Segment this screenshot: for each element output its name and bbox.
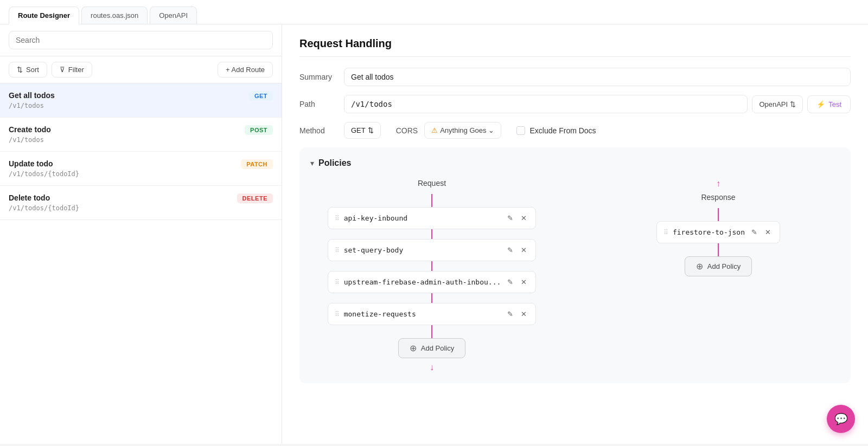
remove-policy-button[interactable]: ✕ [519, 213, 529, 223]
warning-icon: ⚠ [431, 126, 438, 134]
edit-policy-button[interactable]: ✎ [505, 245, 515, 255]
response-column: ↑ Response ⠿ firestore-to-json ✎ ✕ ⊕ Add… [597, 179, 840, 372]
filter-icon: ⊽ [60, 66, 65, 74]
fab-button[interactable]: 💬 [827, 405, 855, 433]
add-route-button[interactable]: + Add Route [218, 62, 273, 77]
method-value: GET [351, 126, 366, 134]
edit-policy-button[interactable]: ✎ [749, 227, 760, 237]
route-item[interactable]: Delete todo /v1/todos/{todoId} DELETE [0, 186, 282, 220]
request-policy-card: ⠿ set-query-body ✎ ✕ [328, 239, 537, 261]
route-path: /v1/todos/{todoId} [9, 170, 79, 178]
sort-button[interactable]: ⇅ Sort [9, 62, 47, 77]
tab-openapi[interactable]: OpenAPI [150, 7, 197, 24]
policy-name: api-key-inbound [344, 214, 501, 222]
policies-section: ▾ Policies Request ⠿ api-key-inbound ✎ ✕ [299, 147, 851, 383]
toolbar-left: ⇅ Sort ⊽ Filter [9, 62, 92, 77]
cors-label: CORS [396, 126, 418, 135]
route-name: Get all todos [9, 91, 55, 100]
edit-policy-button[interactable]: ✎ [505, 309, 515, 319]
request-bottom-line [431, 325, 432, 338]
search-input[interactable] [9, 31, 273, 49]
method-row: Method GET ⇅ CORS ⚠ Anything Goes ⌄ Excl… [299, 122, 851, 139]
policies-header: ▾ Policies [310, 158, 840, 168]
remove-policy-button[interactable]: ✕ [763, 227, 773, 237]
route-item[interactable]: Create todo /v1/todos POST [0, 118, 282, 152]
response-add-policy-label: Add Policy [707, 262, 741, 270]
route-path: /v1/todos [9, 136, 51, 144]
remove-policy-button[interactable]: ✕ [519, 309, 529, 319]
method-label: Method [299, 126, 337, 135]
path-input-group: OpenAPI ⇅ ⚡ Test [344, 95, 851, 113]
drag-handle-icon[interactable]: ⠿ [663, 229, 668, 236]
response-add-policy-button[interactable]: ⊕ Add Policy [685, 256, 752, 276]
inter-policy-line [431, 293, 432, 303]
tab-route-designer[interactable]: Route Designer [9, 7, 79, 24]
sidebar: ⇅ Sort ⊽ Filter + Add Route Get all todo… [0, 24, 282, 444]
method-badge: POST [245, 125, 273, 135]
remove-policy-button[interactable]: ✕ [519, 245, 529, 255]
edit-policy-button[interactable]: ✎ [505, 277, 515, 287]
path-select[interactable]: OpenAPI ⇅ [752, 95, 803, 113]
route-info: Create todo /v1/todos [9, 125, 51, 144]
test-button[interactable]: ⚡ Test [807, 95, 851, 113]
exclude-docs-label: Exclude From Docs [529, 126, 596, 135]
drag-handle-icon[interactable]: ⠿ [335, 247, 340, 254]
exclude-docs-checkbox[interactable] [516, 126, 525, 135]
request-policy-card: ⠿ monetize-requests ✎ ✕ [328, 303, 537, 325]
policies-columns: Request ⠿ api-key-inbound ✎ ✕ ⠿ set-quer… [310, 179, 840, 372]
request-top-line [431, 194, 432, 207]
request-policies-list: ⠿ api-key-inbound ✎ ✕ ⠿ set-query-body ✎… [328, 207, 537, 325]
filter-button[interactable]: ⊽ Filter [52, 62, 92, 77]
response-bottom-line [718, 243, 719, 256]
lightning-icon: ⚡ [816, 100, 825, 108]
main-layout: ⇅ Sort ⊽ Filter + Add Route Get all todo… [0, 24, 868, 444]
method-select[interactable]: GET ⇅ [344, 122, 381, 139]
policy-name: set-query-body [344, 246, 501, 254]
policy-name: upstream-firebase-admin-auth-inbou... [344, 278, 501, 286]
fab-icon: 💬 [834, 412, 848, 425]
route-info: Update todo /v1/todos/{todoId} [9, 159, 79, 178]
sort-label: Sort [26, 66, 39, 74]
add-route-label: + Add Route [226, 66, 265, 74]
route-item[interactable]: Update todo /v1/todos/{todoId} PATCH [0, 152, 282, 186]
policy-name: monetize-requests [344, 310, 501, 318]
request-column-title: Request [418, 179, 446, 188]
summary-label: Summary [299, 73, 337, 81]
policy-actions: ✎ ✕ [749, 227, 773, 237]
drag-handle-icon[interactable]: ⠿ [335, 311, 340, 318]
policy-name: firestore-to-json [673, 228, 745, 236]
main-content: Request Handling Summary Path OpenAPI ⇅ … [282, 24, 868, 444]
request-column: Request ⠿ api-key-inbound ✎ ✕ ⠿ set-quer… [310, 179, 553, 372]
request-plus-icon: ⊕ [410, 343, 417, 353]
route-list: Get all todos /v1/todos GET Create todo … [0, 83, 282, 444]
edit-policy-button[interactable]: ✎ [505, 213, 515, 223]
policies-chevron-icon[interactable]: ▾ [310, 159, 314, 167]
response-top-line [718, 208, 719, 221]
response-arrow-up: ↑ [716, 179, 720, 189]
summary-input[interactable] [344, 68, 851, 86]
request-add-policy-label: Add Policy [421, 344, 454, 352]
path-input[interactable] [344, 95, 748, 113]
route-info: Get all todos /v1/todos [9, 91, 55, 109]
tab-routes-oas[interactable]: routes.oas.json [81, 7, 148, 24]
policy-actions: ✎ ✕ [505, 309, 529, 319]
sidebar-toolbar: ⇅ Sort ⊽ Filter + Add Route [0, 56, 282, 83]
route-path: /v1/todos/{todoId} [9, 204, 79, 212]
remove-policy-button[interactable]: ✕ [519, 277, 529, 287]
test-label: Test [828, 100, 841, 108]
request-policy-card: ⠿ upstream-firebase-admin-auth-inbou... … [328, 271, 537, 293]
cors-value: Anything Goes [440, 126, 486, 134]
route-item[interactable]: Get all todos /v1/todos GET [0, 83, 282, 118]
cors-select[interactable]: ⚠ Anything Goes ⌄ [424, 122, 501, 139]
request-add-policy-button[interactable]: ⊕ Add Policy [398, 338, 465, 358]
route-info: Delete todo /v1/todos/{todoId} [9, 193, 79, 212]
request-policy-card: ⠿ api-key-inbound ✎ ✕ [328, 207, 537, 229]
request-arrow-down: ↓ [430, 363, 434, 372]
route-path: /v1/todos [9, 102, 55, 109]
method-badge: GET [249, 91, 273, 101]
sort-icon: ⇅ [17, 66, 23, 74]
drag-handle-icon[interactable]: ⠿ [335, 279, 340, 286]
drag-handle-icon[interactable]: ⠿ [335, 215, 340, 222]
route-name: Update todo [9, 159, 79, 168]
response-policy-card: ⠿ firestore-to-json ✎ ✕ [656, 221, 780, 243]
